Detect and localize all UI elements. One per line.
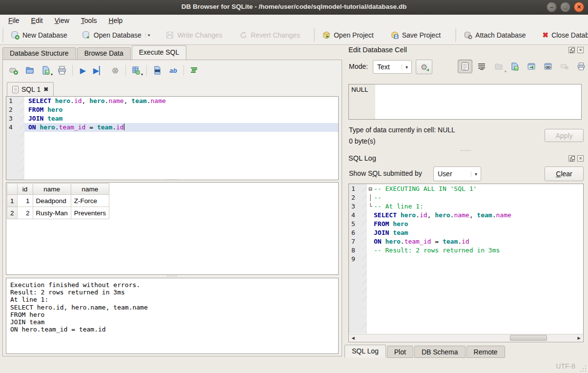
row-header[interactable]: 1 (7, 195, 18, 207)
dock-splitter[interactable]: •••••• (345, 149, 588, 152)
tab-remote[interactable]: Remote (466, 346, 505, 358)
code-line[interactable]: 3JOIN team (6, 114, 338, 123)
new-sql-tab-button[interactable] (8, 64, 20, 76)
column-header[interactable]: name (33, 184, 71, 195)
table-cell[interactable]: Z-Force (71, 195, 109, 207)
log-horizontal-scrollbar[interactable]: ◀ ▶ (349, 334, 583, 341)
float-panel-icon[interactable] (568, 155, 575, 162)
table-row[interactable]: 22Rusty-ManPreventers (7, 207, 109, 219)
export-data-button[interactable] (507, 60, 522, 73)
toolbar-drag-handle[interactable] (2, 29, 3, 41)
column-header[interactable]: name (71, 184, 109, 195)
menu-view[interactable]: View (49, 16, 75, 25)
menu-file[interactable]: File (3, 16, 25, 25)
open-external-button[interactable] (524, 60, 539, 73)
tab-plot[interactable]: Plot (387, 346, 413, 358)
set-null-button[interactable] (557, 60, 572, 73)
menu-edit[interactable]: Edit (26, 16, 48, 25)
row-header[interactable]: 2 (7, 207, 18, 219)
print-sql-button[interactable] (56, 64, 68, 76)
editor-results-splitter[interactable]: •••••• (3, 179, 342, 182)
code-line[interactable]: 9 (349, 255, 583, 264)
save-sql-dropdown-icon[interactable]: ▾ (51, 72, 53, 77)
text-mode-button[interactable] (458, 60, 472, 73)
table-cell[interactable]: Deadpond (33, 195, 71, 207)
copy-link-button[interactable] (541, 60, 555, 73)
revert-changes-button[interactable]: Revert Changes (235, 29, 304, 41)
code-line[interactable]: 2FROM hero (6, 105, 338, 114)
tab-execute-sql[interactable]: Execute SQL (132, 45, 187, 60)
sql-tab-close-icon[interactable]: ✖ (43, 86, 48, 93)
mode-combobox[interactable]: Text ▾ (373, 60, 412, 74)
resize-grip[interactable] (580, 365, 587, 372)
find-button[interactable] (151, 64, 163, 76)
write-changes-button[interactable]: Write Changes (162, 29, 226, 41)
scrollbar-thumb[interactable] (510, 335, 547, 341)
execute-line-button[interactable]: ▶▏ (93, 64, 105, 76)
tab-browse-data[interactable]: Browse Data (77, 47, 131, 60)
print-cell-button[interactable] (574, 60, 588, 73)
title-bar[interactable]: DB Browser for SQLite - /home/user/code/… (0, 0, 588, 15)
export-results-button[interactable]: ▾ (130, 64, 142, 76)
toolbar-drag-handle[interactable] (455, 29, 456, 41)
table-row[interactable]: 11DeadpondZ-Force (7, 195, 109, 207)
replace-button[interactable]: ab (167, 64, 179, 76)
format-sql-button[interactable] (188, 64, 200, 76)
results-grid[interactable]: idnamename11DeadpondZ-Force22Rusty-ManPr… (6, 182, 339, 275)
code-line[interactable]: 4SELECT hero.id, hero.name, team.name (349, 211, 583, 220)
apply-gear-button[interactable]: ⚙ (416, 60, 432, 74)
stop-execution-button[interactable]: ⊗ (109, 64, 121, 76)
toolbar-drag-handle[interactable] (314, 29, 315, 41)
attach-database-button[interactable]: Attach Database (460, 29, 530, 41)
clear-log-button[interactable]: Clear (545, 166, 584, 181)
code-line[interactable]: 1SELECT hero.id, hero.name, team.name (6, 97, 338, 105)
code-line[interactable]: 5FROM hero (349, 220, 583, 228)
menu-tools[interactable]: Tools (76, 16, 102, 25)
save-sql-file-button[interactable]: ▾ (40, 64, 52, 76)
scrollbar-track[interactable] (357, 334, 575, 341)
import-data-button[interactable]: ▾ (491, 60, 506, 73)
export-results-dropdown-icon[interactable]: ▾ (141, 72, 143, 77)
table-cell[interactable]: 2 (17, 207, 33, 219)
execution-message-area[interactable]: Execution finished without errors. Resul… (6, 278, 339, 354)
tab-db-schema[interactable]: DB Schema (414, 346, 466, 358)
word-wrap-button[interactable] (474, 60, 489, 73)
sql-1-tab[interactable]: SQL 1 ✖ (7, 82, 54, 96)
table-cell[interactable]: Rusty-Man (33, 207, 71, 219)
new-database-button[interactable]: New Database (7, 29, 71, 41)
code-line[interactable]: 1⊟-- EXECUTING ALL IN 'SQL 1' (349, 185, 583, 193)
fold-marker-icon[interactable]: ⊟ (367, 185, 374, 193)
table-cell[interactable]: Preventers (71, 207, 109, 219)
close-database-button[interactable]: ✖ Close Database (539, 29, 588, 41)
sql-editor[interactable]: 1SELECT hero.id, hero.name, team.name2FR… (6, 96, 339, 180)
column-header[interactable]: id (17, 184, 33, 195)
maximize-button[interactable]: □ (560, 2, 570, 12)
float-panel-icon[interactable] (568, 47, 575, 53)
code-line[interactable]: 6JOIN team (349, 228, 583, 237)
cell-editor[interactable]: NULL (348, 84, 582, 120)
tab-database-structure[interactable]: Database Structure (2, 47, 76, 60)
apply-button[interactable]: Apply (545, 129, 584, 142)
log-filter-combobox[interactable]: User ▾ (433, 166, 481, 181)
open-database-dropdown-icon[interactable]: ▾ (145, 33, 150, 38)
code-line[interactable]: 3└-- At line 1: (349, 202, 583, 211)
sql-log-view[interactable]: 1⊟-- EXECUTING ALL IN 'SQL 1'2│--3└-- At… (348, 184, 584, 342)
scroll-left-icon[interactable]: ◀ (349, 336, 357, 340)
close-button[interactable]: ✕ (574, 2, 584, 12)
code-line[interactable]: 2│-- (349, 193, 583, 202)
close-panel-icon[interactable]: ✕ (577, 47, 584, 53)
menu-help[interactable]: Help (103, 16, 128, 25)
execute-all-button[interactable]: ▶ (77, 64, 89, 76)
table-cell[interactable]: 1 (17, 195, 33, 207)
code-line[interactable]: 8-- Result: 2 rows returned in 3ms (349, 246, 583, 255)
save-project-button[interactable]: Save Project (386, 29, 445, 41)
code-line[interactable]: 4ON hero.team_id = team.id (6, 123, 338, 132)
open-project-button[interactable]: Open Project (318, 29, 378, 41)
open-database-button[interactable]: Open Database ▾ (78, 29, 154, 41)
scroll-right-icon[interactable]: ▶ (575, 336, 583, 340)
minimize-button[interactable]: − (547, 2, 557, 12)
tab-sql-log[interactable]: SQL Log (345, 345, 386, 358)
open-sql-file-button[interactable] (24, 64, 36, 76)
close-panel-icon[interactable]: ✕ (577, 155, 584, 162)
code-line[interactable]: 7ON hero.team_id = team.id (349, 237, 583, 246)
